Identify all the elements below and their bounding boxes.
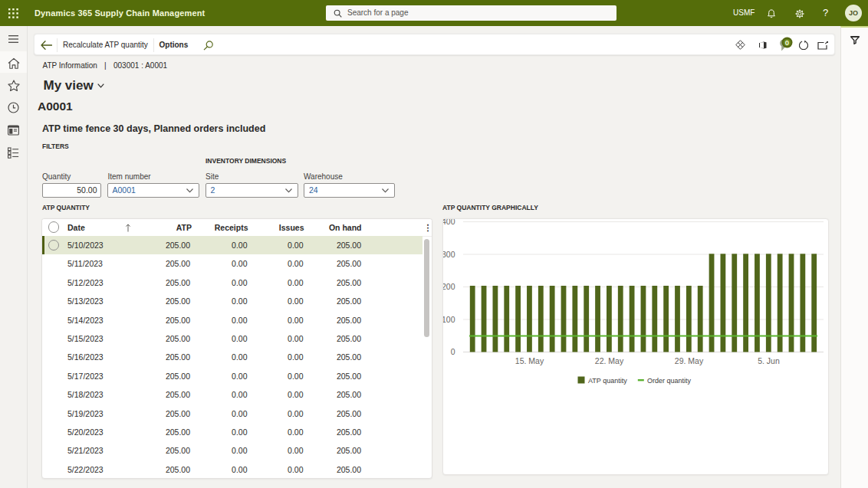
svg-text:0: 0 (785, 38, 789, 47)
svg-text:ATP quantity: ATP quantity (588, 376, 627, 384)
svg-text:400: 400 (443, 219, 455, 226)
svg-text:15. May: 15. May (515, 356, 544, 365)
svg-text:22. May: 22. May (595, 356, 624, 365)
svg-text:0: 0 (451, 347, 455, 356)
svg-text:5. Jun: 5. Jun (758, 356, 780, 365)
svg-text:200: 200 (443, 282, 455, 291)
svg-text:Order quantity: Order quantity (647, 376, 692, 384)
svg-text:100: 100 (443, 314, 455, 323)
svg-text:300: 300 (443, 249, 455, 258)
svg-text:29. May: 29. May (675, 356, 704, 365)
